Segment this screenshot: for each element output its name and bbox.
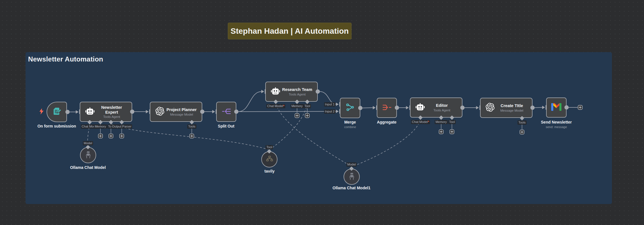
- output-port[interactable]: [130, 110, 134, 114]
- add-tool-button[interactable]: [305, 113, 310, 118]
- add-tools-button[interactable]: [190, 134, 194, 139]
- output-port[interactable]: [565, 105, 569, 110]
- port-label: Tool: [448, 120, 456, 124]
- openai-icon: [155, 107, 164, 117]
- output-port[interactable]: [234, 110, 239, 114]
- sticky-note-title: Newsletter Automation: [28, 55, 103, 63]
- node-text: Project Planner Message Model: [164, 107, 202, 116]
- node-split-out[interactable]: [216, 102, 236, 122]
- node-label-on-form-submission: On form submission: [37, 124, 76, 128]
- input-port-2[interactable]: [339, 109, 340, 114]
- add-tool-button[interactable]: [450, 130, 454, 134]
- node-text: Research Team Tools Agent: [280, 87, 317, 96]
- output-port[interactable]: [358, 106, 363, 110]
- add-node-button[interactable]: [578, 105, 583, 110]
- gmail-icon: [551, 103, 561, 112]
- banner-sticky[interactable]: Stephan Hadan | AI Automation: [228, 23, 352, 39]
- port-label: Model: [83, 141, 93, 145]
- node-label-ollama-chat-model1: Ollama Chat Model1: [332, 186, 371, 190]
- add-memory-button[interactable]: [439, 130, 444, 134]
- port-label: Chat Model*: [266, 104, 285, 108]
- node-label-tavily: tavily: [264, 169, 275, 173]
- add-tool-button[interactable]: [109, 134, 113, 139]
- port-label: Memory: [435, 120, 448, 124]
- trigger-bolt-icon: [39, 108, 44, 116]
- port-label: Tool: [266, 145, 273, 149]
- port-label: Memory: [291, 104, 304, 108]
- ollama-llama-icon: [85, 151, 92, 160]
- node-ollama-chat-model[interactable]: [80, 147, 96, 163]
- node-merge[interactable]: [340, 98, 360, 118]
- node-newsletter-expert[interactable]: Newsletter Expert Tools Agent: [80, 102, 132, 122]
- tavily-sitemap-icon: [266, 156, 273, 164]
- node-text: Editor Tools Agent: [425, 103, 462, 112]
- output-port[interactable]: [531, 106, 535, 110]
- input-port[interactable]: [79, 109, 80, 114]
- add-memory-button[interactable]: [295, 113, 300, 118]
- node-text: Newsletter Expert Tools Agent: [94, 105, 132, 118]
- node-label-split-out: Split Out: [218, 124, 234, 128]
- port-label: Tool: [304, 104, 311, 108]
- input-port-1[interactable]: [339, 102, 340, 107]
- port-label: Memory: [94, 124, 107, 129]
- output-port[interactable]: [460, 106, 465, 110]
- node-research-team[interactable]: Research Team Tools Agent: [265, 82, 318, 102]
- node-label-send-newsletter: Send Newsletter send: message: [541, 120, 572, 129]
- openai-icon: [486, 103, 494, 113]
- input-port[interactable]: [376, 105, 377, 110]
- node-tavily[interactable]: [261, 151, 277, 167]
- port-label: Chat Model*: [411, 120, 430, 124]
- node-editor[interactable]: Editor Tools Agent: [410, 97, 462, 118]
- node-create-title[interactable]: Create TItle Message Model: [480, 98, 533, 118]
- input-port[interactable]: [265, 89, 266, 94]
- node-aggregate[interactable]: [377, 98, 397, 118]
- robot-agent-icon: [85, 107, 94, 116]
- node-project-planner[interactable]: Project Planner Message Model: [150, 102, 202, 122]
- node-on-form-submission[interactable]: [47, 102, 67, 122]
- robot-agent-icon: [271, 87, 280, 96]
- input-port[interactable]: [479, 105, 481, 110]
- node-text: Create TItle Message Model: [494, 103, 532, 112]
- input-label-2: Input 2: [324, 109, 335, 114]
- node-ollama-chat-model1[interactable]: [344, 169, 360, 185]
- add-output-parser-button[interactable]: [119, 134, 124, 139]
- node-label-merge: Merge combine: [344, 120, 356, 129]
- output-port[interactable]: [395, 106, 399, 110]
- split-out-icon: [222, 107, 231, 117]
- ollama-llama-icon: [348, 172, 355, 181]
- input-port[interactable]: [409, 105, 411, 110]
- port-label: Model: [346, 162, 357, 167]
- form-icon: [52, 107, 62, 117]
- input-port[interactable]: [216, 109, 217, 114]
- merge-icon: [346, 103, 355, 113]
- input-label-1: Input 1: [324, 102, 335, 107]
- add-tools-button[interactable]: [520, 130, 525, 135]
- node-label-ollama-chat-model: Ollama Chat Model: [70, 165, 106, 170]
- output-port[interactable]: [316, 90, 320, 94]
- robot-agent-icon: [416, 103, 425, 112]
- banner-title: Stephan Hadan | AI Automation: [231, 27, 349, 36]
- input-port[interactable]: [546, 105, 547, 110]
- port-label: Tools: [187, 124, 196, 129]
- output-port[interactable]: [66, 110, 70, 114]
- output-port[interactable]: [200, 110, 205, 114]
- input-port[interactable]: [149, 109, 150, 114]
- workflow-canvas[interactable]: Newsletter Automation Stephan Hadan | AI…: [0, 0, 644, 225]
- node-label-aggregate: Aggregate: [377, 120, 396, 124]
- port-label: Output Parser: [111, 124, 132, 129]
- node-send-newsletter[interactable]: [546, 97, 567, 118]
- aggregate-icon: [382, 103, 392, 113]
- add-memory-button[interactable]: [98, 134, 103, 139]
- port-label: Tools: [517, 120, 527, 125]
